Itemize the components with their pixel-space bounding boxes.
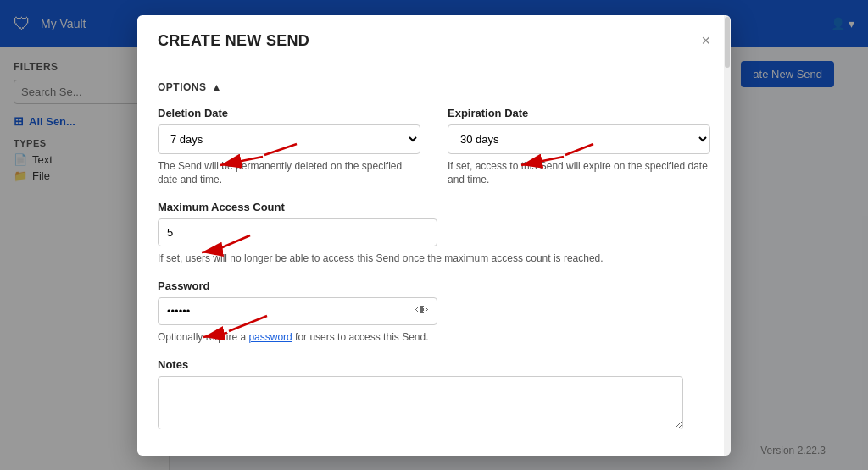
modal-scroll-thumb	[725, 17, 730, 68]
toggle-password-visibility-button[interactable]: 👁	[414, 301, 431, 320]
deletion-date-group: Deletion Date 7 days 1 day 2 days 3 days…	[158, 107, 420, 188]
options-label: OPTIONS	[158, 81, 207, 93]
form-grid: Deletion Date 7 days 1 day 2 days 3 days…	[158, 107, 710, 188]
expiration-date-hint: If set, access to this Send will expire …	[448, 159, 710, 188]
max-access-input[interactable]	[158, 218, 437, 246]
password-input-wrapper: 👁	[158, 297, 437, 325]
password-hint: Optionally require a password for users …	[158, 330, 710, 345]
options-chevron-icon: ▲	[212, 81, 222, 93]
password-hint-link[interactable]: password	[248, 331, 292, 343]
password-input[interactable]	[158, 297, 437, 325]
notes-group: Notes	[158, 358, 710, 429]
max-access-hint: If set, users will no longer be able to …	[158, 252, 710, 266]
modal-close-button[interactable]: ×	[701, 33, 710, 48]
notes-textarea[interactable]	[158, 376, 683, 429]
modal-header: CREATE NEW SEND ×	[137, 15, 731, 64]
modal-dialog: CREATE NEW SEND × OPTIONS ▲ Deletion Dat…	[137, 15, 731, 456]
options-toggle[interactable]: OPTIONS ▲	[158, 81, 710, 93]
modal-title: CREATE NEW SEND	[158, 32, 309, 50]
max-access-label: Maximum Access Count	[158, 201, 710, 213]
modal-scrollbar[interactable]	[724, 15, 731, 456]
expiration-date-label: Expiration Date	[448, 107, 710, 119]
modal-body: OPTIONS ▲ Deletion Date 7 days 1 day 2 d…	[137, 64, 731, 446]
deletion-date-hint: The Send will be permanently deleted on …	[158, 159, 420, 188]
eye-icon: 👁	[415, 303, 429, 318]
expiration-date-select[interactable]: 30 days 1 day 7 days Never Custom	[448, 124, 710, 154]
modal-overlay: CREATE NEW SEND × OPTIONS ▲ Deletion Dat…	[0, 0, 868, 470]
max-access-group: Maximum Access Count If set, users will …	[158, 201, 710, 266]
notes-label: Notes	[158, 358, 710, 371]
modal-footer: Save Cancel	[137, 446, 731, 456]
password-label: Password	[158, 279, 710, 292]
expiration-date-group: Expiration Date 30 days 1 day 7 days Nev…	[448, 107, 710, 188]
deletion-date-label: Deletion Date	[158, 107, 420, 119]
deletion-date-select[interactable]: 7 days 1 day 2 days 3 days 30 days Custo…	[158, 124, 420, 154]
password-group: Password 👁 Optionally require a password…	[158, 279, 710, 345]
